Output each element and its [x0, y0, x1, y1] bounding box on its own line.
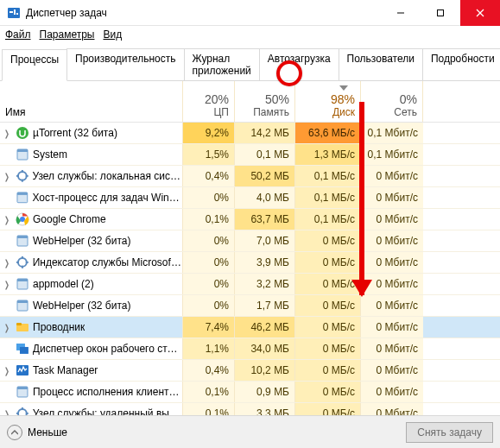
window-maximize-button[interactable] [421, 0, 460, 26]
cell-network: 0 Мбит/с [361, 187, 423, 208]
svg-rect-42 [26, 413, 28, 414]
table-row[interactable]: ❯Google Chrome0,1%63,7 МБ0,1 МБ/с0 Мбит/… [0, 209, 500, 230]
cell-disk: 1,3 МБ/с [295, 144, 361, 165]
svg-rect-37 [17, 387, 28, 389]
process-icon [16, 191, 29, 205]
process-icon [16, 277, 29, 291]
table-row[interactable]: Хост-процесс для задач Wind…0%4,0 МБ0,1 … [0, 187, 500, 209]
cell-memory: 46,2 МБ [235, 317, 295, 338]
process-name: System [33, 148, 67, 161]
cell-memory: 0,1 МБ [235, 144, 295, 165]
header-disk[interactable]: 98% Диск [295, 81, 361, 122]
fewer-details-button[interactable]: Меньше [7, 425, 67, 440]
header-cpu-label: ЦП [213, 106, 229, 118]
cell-cpu: 1,1% [183, 338, 235, 359]
window-close-button[interactable] [460, 0, 500, 26]
svg-rect-30 [17, 300, 28, 303]
window-minimize-button[interactable] [381, 0, 421, 26]
tab-startup[interactable]: Автозагрузка [259, 48, 339, 80]
sort-chevron-down-icon [339, 81, 348, 93]
cell-cpu: 0,1% [183, 209, 235, 230]
menu-options[interactable]: Параметры [40, 28, 95, 41]
header-network-label: Сеть [394, 106, 417, 118]
svg-rect-26 [26, 262, 28, 263]
cell-cpu: 0% [183, 295, 235, 316]
process-icon [16, 234, 29, 248]
cell-cpu: 0,4% [183, 166, 235, 186]
tab-strip: Процессы Производительность Журнал прило… [0, 48, 500, 81]
table-row[interactable]: System1,5%0,1 МБ1,3 МБ/с0,1 Мбит/с [0, 144, 500, 166]
table-row[interactable]: ❯Узел службы: локальная сист…0,4%50,2 МБ… [0, 166, 500, 187]
process-icon [16, 169, 29, 183]
table-row[interactable]: ❯Проводник7,4%46,2 МБ0 МБ/с0 Мбит/с [0, 317, 500, 338]
cell-disk: 0,1 МБ/с [295, 166, 361, 186]
table-row[interactable]: ❯Индексатор службы Microsoft…0%3,9 МБ0 М… [0, 252, 500, 274]
cell-memory: 50,2 МБ [235, 166, 295, 186]
header-memory-label: Память [253, 106, 289, 118]
process-name: Индексатор службы Microsoft… [33, 256, 182, 268]
header-memory-percent: 50% [265, 92, 289, 106]
tab-users[interactable]: Пользователи [339, 48, 423, 80]
process-icon [16, 385, 29, 399]
header-network[interactable]: 0% Сеть [361, 81, 423, 122]
svg-point-8 [16, 127, 28, 139]
expand-chevron-icon[interactable]: ❯ [3, 258, 10, 268]
process-icon [16, 342, 29, 356]
svg-rect-5 [438, 10, 444, 16]
table-row[interactable]: ❯µTorrent (32 бита)9,2%14,2 МБ63,6 МБ/с0… [0, 123, 500, 144]
expand-chevron-icon[interactable]: ❯ [3, 129, 10, 138]
process-name: Диспетчер окон рабочего сто… [33, 343, 182, 355]
svg-rect-10 [17, 149, 28, 152]
svg-rect-1 [9, 11, 13, 13]
svg-rect-41 [16, 413, 19, 414]
table-row[interactable]: Процесс исполнения клиент-…0,1%0,9 МБ0 М… [0, 382, 500, 403]
svg-rect-34 [20, 347, 28, 354]
menu-view[interactable]: Вид [103, 28, 122, 41]
process-name: WebHelper (32 бита) [33, 235, 130, 247]
tab-performance[interactable]: Производительность [66, 48, 184, 80]
cell-disk: 0,1 МБ/с [295, 209, 361, 230]
process-name: Процесс исполнения клиент-… [33, 386, 182, 398]
cell-network: 0 Мбит/с [361, 166, 423, 186]
svg-rect-15 [26, 175, 28, 177]
cell-network: 0,1 Мбит/с [361, 144, 423, 165]
process-list[interactable]: ❯µTorrent (32 бита)9,2%14,2 МБ63,6 МБ/с0… [0, 123, 500, 446]
table-row[interactable]: ❯Task Manager0,4%10,2 МБ0 МБ/с0 Мбит/с [0, 360, 500, 382]
cell-disk: 0 МБ/с [295, 382, 361, 402]
end-task-button[interactable]: Снять задачу [406, 422, 493, 443]
process-name: µTorrent (32 бита) [33, 127, 117, 139]
cell-memory: 14,2 МБ [235, 123, 295, 143]
table-row[interactable]: Диспетчер окон рабочего сто…1,1%34,0 МБ0… [0, 338, 500, 360]
header-cpu[interactable]: 20% ЦП [183, 81, 235, 122]
table-row[interactable]: WebHelper (32 бита)0%1,7 МБ0 МБ/с0 Мбит/… [0, 295, 500, 317]
header-disk-label: Диск [332, 106, 355, 118]
tab-app-history[interactable]: Журнал приложений [184, 48, 260, 80]
svg-point-11 [18, 172, 27, 180]
menu-file[interactable]: Файл [5, 28, 31, 41]
cell-disk: 0 МБ/с [295, 252, 361, 273]
process-icon [16, 148, 29, 161]
tab-details[interactable]: Подробности [422, 48, 500, 80]
expand-chevron-icon[interactable]: ❯ [3, 215, 10, 224]
header-name[interactable]: Имя [0, 81, 183, 122]
expand-chevron-icon[interactable]: ❯ [3, 280, 10, 289]
app-icon [7, 6, 21, 20]
cell-network: 0 Мбит/с [361, 382, 423, 402]
expand-chevron-icon[interactable]: ❯ [3, 172, 10, 181]
expand-chevron-icon[interactable]: ❯ [3, 366, 10, 375]
header-network-percent: 0% [400, 92, 417, 106]
cell-cpu: 7,4% [183, 317, 235, 338]
header-memory[interactable]: 50% Память [235, 81, 295, 122]
expand-chevron-icon[interactable]: ❯ [3, 323, 10, 332]
svg-rect-17 [17, 192, 28, 195]
bottom-bar: Меньше Снять задачу [0, 415, 500, 448]
cell-cpu: 0% [183, 274, 235, 294]
table-row[interactable]: ❯appmodel (2)0%3,2 МБ0 МБ/с0 Мбит/с [0, 274, 500, 295]
process-name: Task Manager [33, 364, 98, 376]
tab-processes[interactable]: Процессы [2, 49, 67, 81]
process-icon [16, 256, 29, 269]
header-cpu-percent: 20% [205, 92, 229, 106]
table-row[interactable]: WebHelper (32 бита)0%7,0 МБ0 МБ/с0 Мбит/… [0, 230, 500, 252]
svg-point-22 [18, 258, 27, 267]
cell-memory: 63,7 МБ [235, 209, 295, 230]
